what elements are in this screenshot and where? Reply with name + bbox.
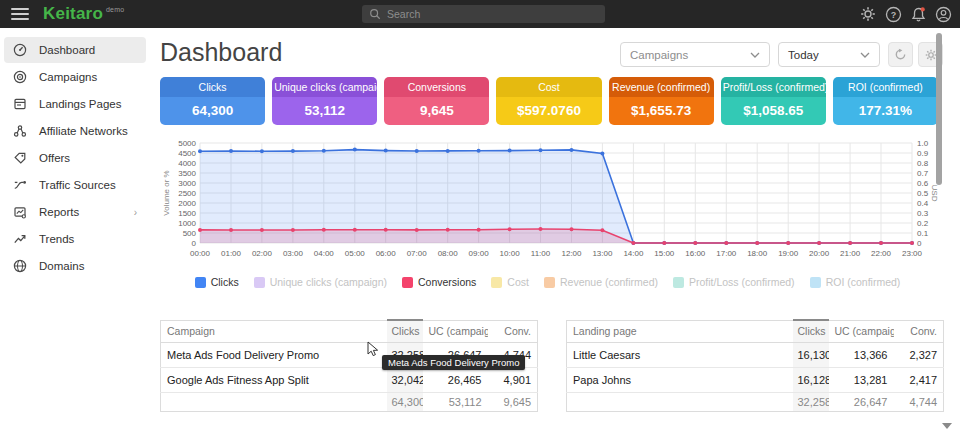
row-name-cell[interactable]: Meta Ads Food Delivery Promo xyxy=(161,342,387,367)
row-value-cell: 2,327 xyxy=(894,342,944,367)
stat-cards-row: Clicks64,300Unique clicks (campaign)53,1… xyxy=(160,77,938,125)
sidebar-item-reports[interactable]: Reports› xyxy=(4,199,146,225)
row-value-cell: 26,465 xyxy=(423,367,488,392)
sidebar: DashboardCampaignsLandings PagesAffiliat… xyxy=(0,28,150,432)
stat-card-label: Unique clicks (campaign) xyxy=(272,77,377,97)
svg-text:16:00: 16:00 xyxy=(685,249,706,258)
svg-text:0.7: 0.7 xyxy=(917,169,929,178)
row-value-cell: 2,417 xyxy=(894,367,944,392)
table-row[interactable]: Little Caesars16,13013,3662,327 xyxy=(567,342,944,367)
column-header-conv[interactable]: Conv. xyxy=(488,320,538,342)
legend-item-cost[interactable]: Cost xyxy=(491,276,529,288)
date-range-select[interactable]: Today xyxy=(778,42,880,67)
stat-card-value: 177.31% xyxy=(833,97,938,125)
stat-card-profit-loss-confirmed[interactable]: Profit/Loss (confirmed)$1,058.65 xyxy=(721,77,826,125)
sidebar-item-affiliate-networks[interactable]: Affiliate Networks xyxy=(4,118,146,144)
keitaro-dashboard-app: Keitarodemo ? DashboardCampaignsLandings… xyxy=(0,0,960,432)
sidebar-item-trends[interactable]: Trends xyxy=(4,226,146,252)
svg-text:500: 500 xyxy=(183,229,197,238)
sidebar-item-dashboard[interactable]: Dashboard xyxy=(4,37,146,63)
row-name-cell[interactable]: Little Caesars xyxy=(567,342,793,367)
sidebar-item-traffic-sources[interactable]: Traffic Sources xyxy=(4,172,146,198)
legend-label: Cost xyxy=(507,276,529,288)
refresh-icon xyxy=(894,48,907,61)
svg-text:1.0: 1.0 xyxy=(917,139,929,148)
legend-item-clicks[interactable]: Clicks xyxy=(195,276,239,288)
svg-text:05:00: 05:00 xyxy=(345,249,366,258)
column-header-landing-page[interactable]: Landing page xyxy=(567,320,793,342)
legend-swatch xyxy=(491,277,502,288)
notifications-bell-icon[interactable] xyxy=(909,5,927,23)
landing-pages-table: Landing pageClicksUC (campaign)Conv.Litt… xyxy=(566,319,944,412)
campaigns-filter-value: Campaigns xyxy=(630,49,688,61)
column-header-clicks[interactable]: Clicks xyxy=(387,320,423,342)
legend-item-profit-loss-confirmed[interactable]: Profit/Loss (confirmed) xyxy=(673,276,795,288)
svg-text:4000: 4000 xyxy=(178,159,196,168)
app-logo[interactable]: Keitarodemo xyxy=(43,4,124,24)
stat-card-revenue-confirmed[interactable]: Revenue (confirmed)$1,655.73 xyxy=(609,77,714,125)
legend-item-roi-confirmed[interactable]: ROI (confirmed) xyxy=(810,276,901,288)
page-icon xyxy=(13,97,28,112)
sidebar-item-landings-pages[interactable]: Landings Pages xyxy=(4,91,146,117)
stat-card-roi-confirmed[interactable]: ROI (confirmed)177.31% xyxy=(833,77,938,125)
search-bar[interactable] xyxy=(362,5,605,23)
svg-text:20:00: 20:00 xyxy=(809,249,830,258)
legend-item-unique-clicks-campaign[interactable]: Unique clicks (campaign) xyxy=(254,276,387,288)
table-row[interactable]: Papa Johns16,12813,2812,417 xyxy=(567,367,944,392)
hamburger-menu-icon[interactable] xyxy=(11,8,29,20)
column-header-conv[interactable]: Conv. xyxy=(894,320,944,342)
sidebar-item-label: Trends xyxy=(39,233,74,245)
stat-card-conversions[interactable]: Conversions9,645 xyxy=(384,77,489,125)
svg-text:13:00: 13:00 xyxy=(592,249,613,258)
row-name-cell[interactable]: Papa Johns xyxy=(567,367,793,392)
network-icon xyxy=(13,124,28,139)
svg-text:02:00: 02:00 xyxy=(252,249,273,258)
svg-text:19:00: 19:00 xyxy=(778,249,799,258)
column-header-campaign[interactable]: Campaign xyxy=(161,320,387,342)
column-header-uc-campaign[interactable]: UC (campaign) xyxy=(829,320,894,342)
stat-card-unique-clicks-campaign[interactable]: Unique clicks (campaign)53,112 xyxy=(272,77,377,125)
row-value-cell: 4,901 xyxy=(488,367,538,392)
globe-icon xyxy=(13,259,28,274)
totals-cell: 9,645 xyxy=(488,392,538,411)
chevron-down-icon xyxy=(750,52,760,58)
scroll-down-arrow[interactable] xyxy=(942,423,952,429)
row-value-cell: 16,130 xyxy=(793,342,829,367)
help-icon[interactable]: ? xyxy=(884,5,902,23)
chart-canvas: 0500100015002000250030003500400045005000… xyxy=(160,136,938,266)
totals-cell: 26,647 xyxy=(829,392,894,411)
legend-item-revenue-confirmed[interactable]: Revenue (confirmed) xyxy=(544,276,658,288)
stat-card-cost[interactable]: Cost$597.0760 xyxy=(496,77,601,125)
scrollbar-thumb[interactable] xyxy=(936,33,942,185)
legend-label: Conversions xyxy=(418,276,476,288)
legend-swatch xyxy=(810,277,821,288)
sidebar-item-campaigns[interactable]: Campaigns xyxy=(4,64,146,90)
sidebar-item-label: Reports xyxy=(39,206,79,218)
tag-icon xyxy=(13,151,28,166)
stat-card-label: Profit/Loss (confirmed) xyxy=(721,77,826,97)
svg-text:06:00: 06:00 xyxy=(376,249,397,258)
legend-item-conversions[interactable]: Conversions xyxy=(402,276,476,288)
sidebar-item-offers[interactable]: Offers xyxy=(4,145,146,171)
svg-text:04:00: 04:00 xyxy=(314,249,335,258)
refresh-button[interactable] xyxy=(888,42,913,67)
settings-gear-icon[interactable] xyxy=(859,5,877,23)
page-title: Dashboard xyxy=(160,38,282,67)
svg-text:5000: 5000 xyxy=(178,139,196,148)
svg-text:0.6: 0.6 xyxy=(917,179,929,188)
svg-text:3500: 3500 xyxy=(178,169,196,178)
search-input[interactable] xyxy=(387,8,587,20)
stat-card-clicks[interactable]: Clicks64,300 xyxy=(160,77,265,125)
row-name-cell[interactable]: Google Ads Fitness App Split xyxy=(161,367,387,392)
svg-text:0.9: 0.9 xyxy=(917,149,929,158)
svg-text:18:00: 18:00 xyxy=(747,249,768,258)
account-avatar-icon[interactable] xyxy=(934,5,952,23)
column-header-clicks[interactable]: Clicks xyxy=(793,320,829,342)
column-header-uc-campaign[interactable]: UC (campaign) xyxy=(423,320,488,342)
table-row[interactable]: Google Ads Fitness App Split32,04226,465… xyxy=(161,367,538,392)
svg-text:22:00: 22:00 xyxy=(871,249,892,258)
sidebar-item-domains[interactable]: Domains xyxy=(4,253,146,279)
svg-text:07:00: 07:00 xyxy=(407,249,428,258)
campaigns-filter-select[interactable]: Campaigns xyxy=(620,42,770,67)
topbar-icons: ? xyxy=(859,0,952,28)
